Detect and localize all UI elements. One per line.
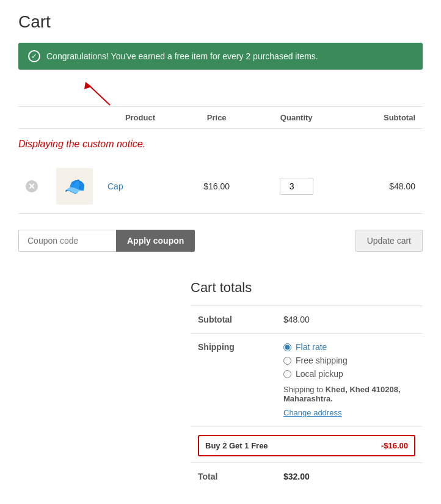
product-price: $16.00 <box>203 181 230 191</box>
product-thumbnail: 🧢 <box>56 168 93 205</box>
discount-row: Buy 2 Get 1 Free -$16.00 <box>191 426 423 463</box>
page-title: Cart <box>18 12 423 32</box>
shipping-label-free: Free shipping <box>296 356 348 365</box>
change-address-link[interactable]: Change address <box>283 408 415 417</box>
discount-label: Buy 2 Get 1 Free <box>205 441 268 450</box>
product-link[interactable]: Cap <box>108 181 123 191</box>
col-product: Product <box>100 107 180 129</box>
custom-notice-row: Displaying the custom notice. <box>18 129 423 160</box>
cart-totals-section: Cart totals Subtotal $48.00 Shipping Fla… <box>18 280 423 490</box>
shipping-radio-pickup[interactable] <box>283 370 291 378</box>
subtotal-cell: $48.00 <box>340 159 423 214</box>
shipping-label-pickup: Local pickup <box>296 369 343 379</box>
shipping-radio-free[interactable] <box>283 357 291 365</box>
price-cell: $16.00 <box>180 159 253 214</box>
update-cart-button[interactable]: Update cart <box>355 230 423 252</box>
custom-notice-text: Displaying the custom notice. <box>18 133 423 156</box>
subtotal-label: Subtotal <box>191 306 276 334</box>
shipping-row: Shipping Flat rate Free shipping <box>191 334 423 426</box>
cart-totals-box: Cart totals Subtotal $48.00 Shipping Fla… <box>191 280 423 490</box>
coupon-input[interactable] <box>18 230 116 252</box>
coupon-row: Apply coupon Update cart <box>18 220 423 261</box>
shipping-option-free: Free shipping <box>283 356 415 365</box>
col-quantity: Quantity <box>253 107 340 129</box>
notice-message: Congratulations! You've earned a free it… <box>46 51 318 61</box>
shipping-radio-flat[interactable] <box>283 343 291 351</box>
total-row: Total $32.00 <box>191 463 423 491</box>
quantity-cell <box>253 159 340 214</box>
discount-amount: -$16.00 <box>381 441 408 450</box>
arrow-annotation <box>18 82 423 106</box>
col-subtotal: Subtotal <box>340 107 423 129</box>
shipping-option-flat: Flat rate <box>283 342 415 352</box>
shipping-options: Flat rate Free shipping Local pickup <box>283 342 415 379</box>
col-remove <box>18 107 49 129</box>
table-row: ✕ 🧢 Cap $16.00 $48.00 <box>18 159 423 214</box>
shipping-option-pickup: Local pickup <box>283 369 415 379</box>
product-subtotal: $48.00 <box>389 181 415 191</box>
cart-totals-title: Cart totals <box>191 280 423 296</box>
remove-icon: ✕ <box>26 180 38 192</box>
subtotal-value: $48.00 <box>276 306 423 334</box>
shipping-address: Shipping to Khed, Khed 410208, Maharasht… <box>283 385 415 403</box>
discount-box: Buy 2 Get 1 Free -$16.00 <box>198 435 415 456</box>
total-value: $32.00 <box>276 463 423 491</box>
product-cell: Cap <box>100 159 180 214</box>
svg-marker-1 <box>84 82 92 89</box>
col-price: Price <box>180 107 253 129</box>
total-label: Total <box>191 463 276 491</box>
subtotal-row: Subtotal $48.00 <box>191 306 423 334</box>
shipping-label: Shipping <box>191 334 276 426</box>
totals-table: Subtotal $48.00 Shipping Flat rate Free … <box>191 305 423 490</box>
apply-coupon-button[interactable]: Apply coupon <box>116 230 195 252</box>
thumb-cell: 🧢 <box>49 159 100 214</box>
remove-cell: ✕ <box>18 159 49 214</box>
notice-banner: ✓ Congratulations! You've earned a free … <box>18 43 423 70</box>
shipping-to-text: Shipping to <box>283 385 326 394</box>
shipping-label-flat: Flat rate <box>296 342 327 352</box>
col-thumb <box>49 107 100 129</box>
remove-item-button[interactable]: ✕ <box>26 180 38 192</box>
quantity-input[interactable] <box>280 178 313 195</box>
svg-line-0 <box>89 85 110 105</box>
coupon-section: Apply coupon <box>18 230 195 252</box>
cart-table: Product Price Quantity Subtotal Displayi… <box>18 106 423 214</box>
notice-check-icon: ✓ <box>28 50 40 62</box>
shipping-options-cell: Flat rate Free shipping Local pickup Shi… <box>276 334 423 426</box>
